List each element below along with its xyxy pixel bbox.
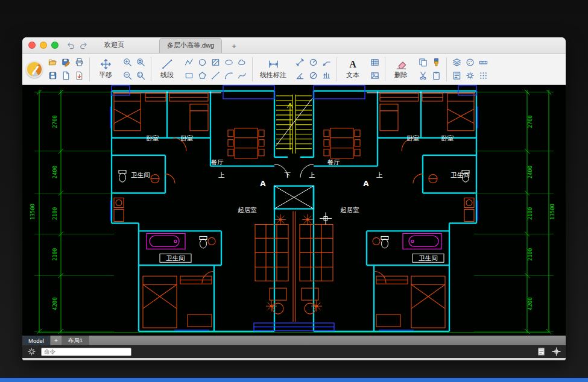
spline-button[interactable] xyxy=(236,69,248,82)
svg-text:餐厅: 餐厅 xyxy=(211,158,224,166)
crosshair-toggle-button[interactable] xyxy=(552,347,561,356)
palette-button[interactable] xyxy=(464,56,476,69)
redo-icon xyxy=(79,41,88,50)
zoom-group xyxy=(121,56,147,82)
tab-model[interactable]: Model xyxy=(22,336,51,345)
svg-text:2100: 2100 xyxy=(52,248,58,261)
dim-angular-icon xyxy=(296,71,305,80)
polyline-button[interactable] xyxy=(183,56,195,69)
rect-button[interactable] xyxy=(183,69,195,82)
image-button[interactable] xyxy=(368,69,381,82)
table-button[interactable] xyxy=(368,56,381,69)
linear-dimension-icon xyxy=(268,58,279,70)
command-input[interactable] xyxy=(41,348,131,356)
tab-drawing[interactable]: 多层小高等.dwg xyxy=(159,38,222,53)
zoom-in-button[interactable] xyxy=(121,56,134,69)
separator xyxy=(151,57,151,81)
new-file-button[interactable] xyxy=(60,69,72,82)
save-button[interactable] xyxy=(46,69,59,82)
ellipse-button[interactable] xyxy=(223,56,235,69)
layers-button[interactable] xyxy=(450,56,463,69)
spline-icon xyxy=(238,71,247,80)
cloud-icon xyxy=(238,58,247,67)
edit-group xyxy=(417,56,443,82)
print-button[interactable] xyxy=(73,56,86,69)
export-pdf-icon xyxy=(75,71,84,80)
quick-dim-button[interactable] xyxy=(320,69,333,82)
zoom-out-icon xyxy=(123,71,132,80)
layout-tabs-bar: Model + 布局1 xyxy=(22,336,566,345)
redo-button[interactable] xyxy=(78,40,89,51)
dim-diameter-button[interactable] xyxy=(307,69,320,82)
circle-button[interactable] xyxy=(196,56,209,69)
linear-dimension-button[interactable]: 线性标注 xyxy=(256,57,290,81)
dim-radius-button[interactable] xyxy=(307,56,320,69)
titlebar: 欢迎页 多层小高等.dwg + xyxy=(22,37,566,54)
new-tab-button[interactable]: + xyxy=(229,42,239,51)
svg-text:2100: 2100 xyxy=(527,207,533,221)
room-labels: 卧室 卧室 卧室 卧室 卫生间 卫生间 卫生间 卫生间 餐厅 餐厅 起居室 起居… xyxy=(131,134,469,263)
svg-text:A: A xyxy=(363,180,369,188)
leader-icon xyxy=(322,58,331,67)
living-furniture xyxy=(255,224,333,314)
settings-button[interactable] xyxy=(27,347,36,356)
svg-text:2700: 2700 xyxy=(527,115,533,128)
line-button[interactable]: 线段 xyxy=(155,57,179,81)
bottom-accent-bar xyxy=(0,378,588,382)
pan-icon xyxy=(100,58,112,70)
zoom-extents-button[interactable] xyxy=(134,69,147,82)
settings-icon xyxy=(466,71,475,80)
dim-aligned-button[interactable] xyxy=(294,56,306,69)
save-as-button[interactable] xyxy=(60,56,72,69)
drawing-canvas[interactable]: 卧室 卧室 卧室 卧室 卫生间 卫生间 卫生间 卫生间 餐厅 餐厅 起居室 起居… xyxy=(22,85,566,336)
command-bar xyxy=(22,345,566,358)
grid-dots-button[interactable] xyxy=(477,69,490,82)
dim-angular-button[interactable] xyxy=(294,69,306,82)
dim-diameter-icon xyxy=(309,71,318,80)
separator xyxy=(252,57,253,81)
app-logo xyxy=(26,61,43,78)
copy-button[interactable] xyxy=(417,56,429,69)
monitor-bezel: 欢迎页 多层小高等.dwg + 平移 线段 线性标注 xyxy=(0,0,588,382)
pan-button[interactable]: 平移 xyxy=(93,57,118,81)
print-icon xyxy=(75,58,84,67)
arc-button[interactable] xyxy=(223,69,235,82)
close-button[interactable] xyxy=(28,42,36,49)
minimize-button[interactable] xyxy=(40,42,47,49)
leader-button[interactable] xyxy=(320,56,333,69)
svg-text:2400: 2400 xyxy=(527,166,533,179)
format-brush-button[interactable] xyxy=(430,56,443,69)
text-glyph: A xyxy=(349,59,356,70)
dim-radius-icon xyxy=(309,58,318,67)
tab-welcome[interactable]: 欢迎页 xyxy=(97,38,131,52)
paper-space-button[interactable] xyxy=(537,347,546,356)
svg-text:卫生间: 卫生间 xyxy=(419,254,437,261)
open-file-button[interactable] xyxy=(46,56,59,69)
file-group xyxy=(46,56,86,82)
text-button[interactable]: A 文本 xyxy=(341,57,365,81)
zoom-window-button[interactable] xyxy=(134,56,147,69)
paper-icon xyxy=(537,347,546,356)
separator xyxy=(446,57,447,81)
cut-button[interactable] xyxy=(417,69,429,82)
tab-layout1[interactable]: 布局1 xyxy=(62,336,89,345)
settings-button[interactable] xyxy=(464,69,476,82)
properties-button[interactable] xyxy=(450,69,463,82)
crosshair-icon xyxy=(552,347,561,356)
erase-icon xyxy=(396,58,407,70)
hatch-button[interactable] xyxy=(209,56,222,69)
measure-button[interactable] xyxy=(477,56,490,69)
separator xyxy=(385,57,385,81)
svg-text:2100: 2100 xyxy=(52,207,58,221)
polygon-button[interactable] xyxy=(196,69,209,82)
zoom-button[interactable] xyxy=(51,42,58,49)
undo-button[interactable] xyxy=(66,40,76,51)
add-layout-button[interactable]: + xyxy=(51,336,62,345)
erase-button[interactable]: 删除 xyxy=(389,57,413,81)
line-icon xyxy=(162,58,173,70)
cloud-button[interactable] xyxy=(236,56,248,69)
zoom-out-button[interactable] xyxy=(121,69,134,82)
export-pdf-button[interactable] xyxy=(73,69,86,82)
line-button[interactable] xyxy=(209,69,222,82)
paste-button[interactable] xyxy=(430,69,443,82)
